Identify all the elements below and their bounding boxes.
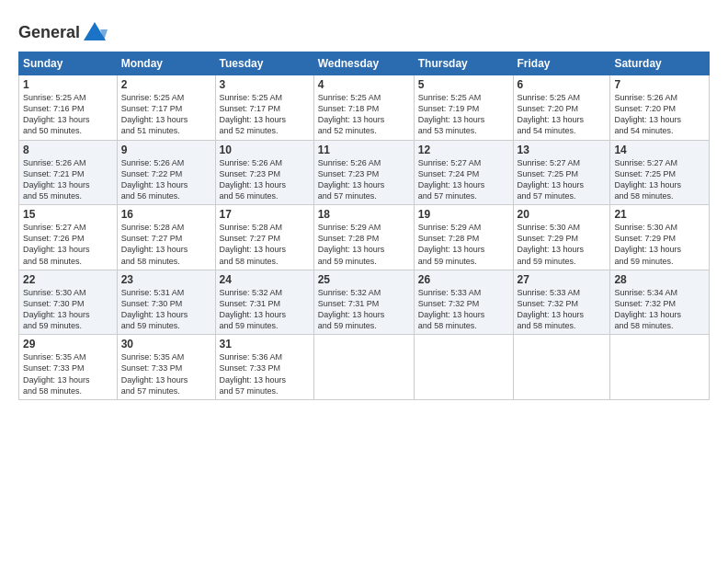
calendar-cell: 1Sunrise: 5:25 AM Sunset: 7:16 PM Daylig… [19,75,118,141]
day-info: Sunrise: 5:26 AM Sunset: 7:20 PM Dayligh… [614,92,705,137]
day-number: 9 [121,144,211,156]
calendar-cell: 8Sunrise: 5:26 AM Sunset: 7:21 PM Daylig… [19,140,118,205]
weekday-header-sunday: Sunday [19,52,118,75]
weekday-header-monday: Monday [117,52,215,75]
day-info: Sunrise: 5:28 AM Sunset: 7:27 PM Dayligh… [220,222,310,267]
day-number: 23 [121,273,211,286]
week-row-4: 22Sunrise: 5:30 AM Sunset: 7:30 PM Dayli… [19,270,710,335]
day-number: 22 [23,273,113,286]
calendar-cell: 20Sunrise: 5:30 AM Sunset: 7:29 PM Dayli… [513,205,610,270]
day-number: 25 [318,273,410,286]
calendar-cell: 3Sunrise: 5:25 AM Sunset: 7:17 PM Daylig… [215,75,313,141]
day-info: Sunrise: 5:25 AM Sunset: 7:17 PM Dayligh… [220,92,310,137]
calendar-cell: 24Sunrise: 5:32 AM Sunset: 7:31 PM Dayli… [215,270,313,335]
day-info: Sunrise: 5:26 AM Sunset: 7:23 PM Dayligh… [220,157,310,202]
day-number: 15 [23,208,113,221]
day-info: Sunrise: 5:25 AM Sunset: 7:18 PM Dayligh… [318,92,410,137]
day-info: Sunrise: 5:31 AM Sunset: 7:30 PM Dayligh… [121,287,211,332]
day-info: Sunrise: 5:29 AM Sunset: 7:28 PM Dayligh… [318,222,410,267]
logo-line1: General [18,20,108,46]
day-info: Sunrise: 5:29 AM Sunset: 7:28 PM Dayligh… [418,222,509,267]
day-info: Sunrise: 5:27 AM Sunset: 7:26 PM Dayligh… [23,222,113,267]
day-number: 2 [121,78,211,91]
day-info: Sunrise: 5:35 AM Sunset: 7:33 PM Dayligh… [23,351,113,396]
day-info: Sunrise: 5:26 AM Sunset: 7:22 PM Dayligh… [121,157,211,202]
week-row-5: 29Sunrise: 5:35 AM Sunset: 7:33 PM Dayli… [19,335,710,400]
day-number: 31 [220,338,310,350]
weekday-header-friday: Friday [513,52,610,75]
calendar-cell: 19Sunrise: 5:29 AM Sunset: 7:28 PM Dayli… [414,205,513,270]
day-number: 8 [23,144,113,156]
day-number: 6 [518,78,607,91]
calendar-cell: 23Sunrise: 5:31 AM Sunset: 7:30 PM Dayli… [117,270,215,335]
day-number: 13 [518,144,607,156]
day-number: 1 [23,78,113,91]
calendar-cell: 27Sunrise: 5:33 AM Sunset: 7:32 PM Dayli… [513,270,610,335]
day-number: 28 [614,273,705,286]
calendar-cell: 5Sunrise: 5:25 AM Sunset: 7:19 PM Daylig… [414,75,513,141]
calendar-cell: 30Sunrise: 5:35 AM Sunset: 7:33 PM Dayli… [117,335,215,400]
day-info: Sunrise: 5:33 AM Sunset: 7:32 PM Dayligh… [418,287,509,332]
calendar-cell: 11Sunrise: 5:26 AM Sunset: 7:23 PM Dayli… [313,140,414,205]
day-info: Sunrise: 5:30 AM Sunset: 7:29 PM Dayligh… [614,222,705,267]
day-number: 16 [121,208,211,221]
calendar-cell: 25Sunrise: 5:32 AM Sunset: 7:31 PM Dayli… [313,270,414,335]
day-info: Sunrise: 5:25 AM Sunset: 7:17 PM Dayligh… [121,92,211,137]
day-number: 26 [418,273,509,286]
day-info: Sunrise: 5:25 AM Sunset: 7:20 PM Dayligh… [518,92,607,137]
weekday-header-tuesday: Tuesday [215,52,313,75]
day-info: Sunrise: 5:34 AM Sunset: 7:32 PM Dayligh… [614,287,705,332]
day-number: 3 [220,78,310,91]
calendar-cell: 4Sunrise: 5:25 AM Sunset: 7:18 PM Daylig… [313,75,414,141]
day-number: 29 [23,338,113,350]
weekday-header-saturday: Saturday [610,52,710,75]
day-info: Sunrise: 5:27 AM Sunset: 7:24 PM Dayligh… [418,157,509,202]
day-info: Sunrise: 5:30 AM Sunset: 7:29 PM Dayligh… [518,222,607,267]
calendar-cell: 18Sunrise: 5:29 AM Sunset: 7:28 PM Dayli… [313,205,414,270]
week-row-3: 15Sunrise: 5:27 AM Sunset: 7:26 PM Dayli… [19,205,710,270]
calendar-cell: 31Sunrise: 5:36 AM Sunset: 7:33 PM Dayli… [215,335,313,400]
day-info: Sunrise: 5:30 AM Sunset: 7:30 PM Dayligh… [23,287,113,332]
header: General [18,17,710,46]
day-number: 14 [614,144,705,156]
calendar-cell [313,335,414,400]
calendar-cell: 2Sunrise: 5:25 AM Sunset: 7:17 PM Daylig… [117,75,215,141]
day-number: 27 [518,273,607,286]
calendar-cell: 12Sunrise: 5:27 AM Sunset: 7:24 PM Dayli… [414,140,513,205]
day-number: 11 [318,144,410,156]
day-info: Sunrise: 5:26 AM Sunset: 7:23 PM Dayligh… [318,157,410,202]
page: General SundayMondayTuesdayWednesdayThur… [0,0,728,409]
logo: General [18,20,108,46]
day-number: 21 [614,208,705,221]
calendar-cell: 6Sunrise: 5:25 AM Sunset: 7:20 PM Daylig… [513,75,610,141]
day-info: Sunrise: 5:32 AM Sunset: 7:31 PM Dayligh… [220,287,310,332]
calendar-cell: 22Sunrise: 5:30 AM Sunset: 7:30 PM Dayli… [19,270,118,335]
day-number: 12 [418,144,509,156]
weekday-header-wednesday: Wednesday [313,52,414,75]
calendar-cell: 16Sunrise: 5:28 AM Sunset: 7:27 PM Dayli… [117,205,215,270]
calendar-cell: 17Sunrise: 5:28 AM Sunset: 7:27 PM Dayli… [215,205,313,270]
calendar-cell [414,335,513,400]
calendar-cell: 13Sunrise: 5:27 AM Sunset: 7:25 PM Dayli… [513,140,610,205]
week-row-2: 8Sunrise: 5:26 AM Sunset: 7:21 PM Daylig… [19,140,710,205]
calendar-cell [513,335,610,400]
day-info: Sunrise: 5:36 AM Sunset: 7:33 PM Dayligh… [220,351,310,396]
week-row-1: 1Sunrise: 5:25 AM Sunset: 7:16 PM Daylig… [19,75,710,141]
calendar-table: SundayMondayTuesdayWednesdayThursdayFrid… [18,52,710,400]
day-number: 20 [518,208,607,221]
day-info: Sunrise: 5:35 AM Sunset: 7:33 PM Dayligh… [121,351,211,396]
weekday-header-thursday: Thursday [414,52,513,75]
day-info: Sunrise: 5:32 AM Sunset: 7:31 PM Dayligh… [318,287,410,332]
day-info: Sunrise: 5:27 AM Sunset: 7:25 PM Dayligh… [518,157,607,202]
day-number: 5 [418,78,509,91]
day-info: Sunrise: 5:26 AM Sunset: 7:21 PM Dayligh… [23,157,113,202]
calendar-cell: 29Sunrise: 5:35 AM Sunset: 7:33 PM Dayli… [19,335,118,400]
calendar-cell: 28Sunrise: 5:34 AM Sunset: 7:32 PM Dayli… [610,270,710,335]
day-number: 18 [318,208,410,221]
calendar-cell: 9Sunrise: 5:26 AM Sunset: 7:22 PM Daylig… [117,140,215,205]
day-info: Sunrise: 5:25 AM Sunset: 7:19 PM Dayligh… [418,92,509,137]
calendar-cell [610,335,710,400]
day-number: 4 [318,78,410,91]
calendar-cell: 10Sunrise: 5:26 AM Sunset: 7:23 PM Dayli… [215,140,313,205]
day-number: 17 [220,208,310,221]
